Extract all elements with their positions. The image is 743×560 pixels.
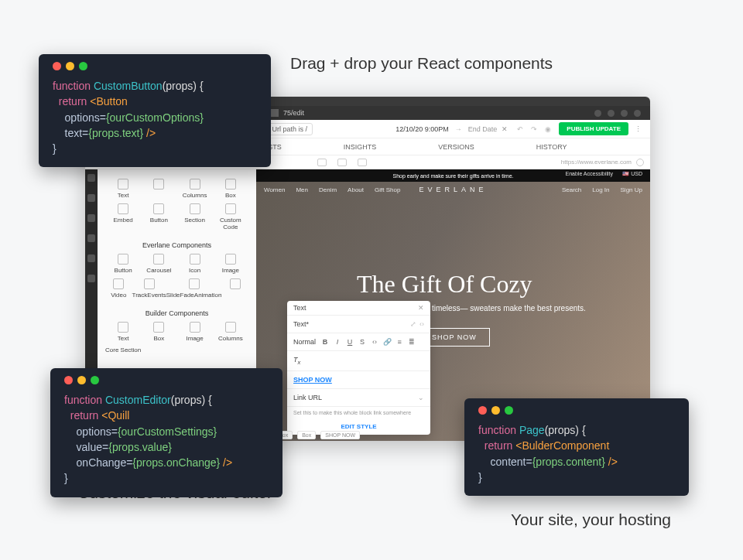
- avatar-icon[interactable]: [594, 110, 601, 117]
- zoom-icon[interactable]: [505, 406, 513, 415]
- rail-icon[interactable]: [87, 194, 95, 202]
- preview-url: https://www.everlane.com: [561, 159, 632, 166]
- code-icon: [144, 278, 155, 289]
- sb-item[interactable]: Core Section: [105, 347, 248, 353]
- text-icon: [118, 179, 128, 190]
- sb-item[interactable]: Section: [177, 203, 213, 230]
- strike-icon[interactable]: S: [358, 338, 367, 346]
- undo-icon[interactable]: ↶: [517, 125, 523, 133]
- columns-icon: [190, 179, 200, 190]
- crumb[interactable]: Box: [297, 431, 316, 439]
- close-icon[interactable]: [478, 406, 487, 415]
- nav-login[interactable]: Log In: [592, 186, 609, 193]
- icon-icon: [190, 254, 200, 265]
- rail-icon[interactable]: [87, 275, 95, 282]
- sb-item[interactable]: Carousel: [141, 254, 176, 274]
- device-desktop-icon[interactable]: [317, 159, 327, 166]
- brand-logo[interactable]: EVERLANE: [419, 186, 487, 193]
- nav-link[interactable]: Men: [296, 186, 308, 193]
- minimize-icon[interactable]: [77, 376, 86, 384]
- zoom-icon[interactable]: [79, 62, 87, 70]
- sb-item[interactable]: [141, 179, 176, 199]
- schedule-end-date[interactable]: End Date: [468, 125, 498, 133]
- bold-icon[interactable]: B: [320, 338, 330, 346]
- preview-icon[interactable]: ◉: [545, 125, 551, 133]
- avatar-icon[interactable]: [621, 110, 628, 117]
- more-icon[interactable]: ⋮: [635, 125, 642, 133]
- sb-item[interactable]: Text: [105, 322, 141, 342]
- code-icon[interactable]: ‹›: [419, 320, 424, 328]
- callout-hosting: Your site, your hosting: [511, 510, 671, 529]
- accessibility-link[interactable]: Enable Accessibility: [566, 171, 613, 176]
- publish-button[interactable]: PUBLISH UPDATE: [559, 122, 628, 135]
- sb-item[interactable]: [221, 278, 248, 299]
- link-icon[interactable]: 🔗: [382, 338, 392, 346]
- nav-link[interactable]: Gift Shop: [375, 186, 400, 193]
- sb-item[interactable]: TrackEvents: [132, 278, 166, 299]
- block-icon: [153, 179, 164, 190]
- reload-icon[interactable]: [636, 159, 644, 166]
- sb-item[interactable]: Image: [177, 322, 213, 342]
- close-icon[interactable]: [64, 376, 73, 384]
- nav-link[interactable]: Denim: [319, 186, 337, 193]
- nav-link[interactable]: Women: [264, 186, 285, 193]
- redo-icon[interactable]: ↷: [531, 125, 537, 133]
- font-select[interactable]: Normal: [293, 338, 316, 346]
- code-icon[interactable]: ‹›: [370, 338, 379, 346]
- sb-item[interactable]: Columns: [177, 179, 213, 199]
- sb-item[interactable]: Video: [105, 278, 132, 299]
- tab-versions[interactable]: VERSIONS: [438, 143, 474, 151]
- list-ol-icon[interactable]: ≡: [395, 338, 404, 346]
- minimize-icon[interactable]: [66, 62, 74, 70]
- close-icon[interactable]: [53, 62, 61, 70]
- sb-item[interactable]: Image: [213, 254, 248, 274]
- box-icon: [153, 322, 164, 333]
- sb-item[interactable]: Button: [141, 203, 176, 230]
- zoom-icon[interactable]: [91, 376, 99, 384]
- device-mobile-icon[interactable]: [358, 159, 367, 166]
- text-icon: [118, 322, 128, 333]
- tab-history[interactable]: HISTORY: [536, 143, 567, 151]
- crumb[interactable]: SHOP NOW: [320, 431, 360, 439]
- nav-search[interactable]: Search: [562, 186, 581, 193]
- promo-banner: Shop early and make sure their gifts arr…: [256, 169, 650, 182]
- tab-insights[interactable]: INSIGHTS: [344, 143, 377, 151]
- list-ul-icon[interactable]: ≣: [407, 338, 416, 346]
- clear-format-icon[interactable]: Tx: [293, 356, 300, 366]
- menu-icon[interactable]: [634, 110, 641, 117]
- sb-item[interactable]: SlideFadeAnimation: [166, 278, 222, 299]
- currency-label[interactable]: 🇺🇸 USD: [622, 171, 642, 177]
- nav-signup[interactable]: Sign Up: [621, 186, 642, 193]
- schedule-date[interactable]: 12/10/20 9:00PM: [395, 125, 449, 133]
- box-icon: [225, 179, 236, 190]
- callout-drag-drop: Drag + drop your React components: [290, 54, 553, 73]
- code-block: function Page(props) { return <BulderCom…: [478, 422, 675, 485]
- sb-item[interactable]: Button: [105, 254, 141, 274]
- nav-link[interactable]: About: [348, 186, 364, 193]
- sb-item[interactable]: Text: [105, 179, 141, 199]
- rail-icon[interactable]: [87, 234, 95, 242]
- video-icon: [113, 278, 124, 289]
- sb-item[interactable]: Columns: [213, 322, 248, 342]
- close-icon[interactable]: ✕: [418, 304, 424, 312]
- sb-item[interactable]: Icon: [177, 254, 213, 274]
- sb-item[interactable]: Embed: [105, 203, 141, 230]
- rail-icon[interactable]: [87, 174, 95, 182]
- italic-icon[interactable]: I: [333, 338, 342, 346]
- text-editor-popover: Text ✕ Text* ⤢ ‹› Normal B I U: [287, 301, 430, 435]
- clear-icon[interactable]: ✕: [502, 125, 508, 133]
- minimize-icon[interactable]: [491, 406, 500, 415]
- sb-item[interactable]: Box: [213, 179, 248, 199]
- chevron-down-icon[interactable]: ⌄: [418, 394, 424, 401]
- rail-icon[interactable]: [87, 214, 95, 222]
- link-url-help: Set this to make this whole block link s…: [287, 407, 430, 418]
- sidebar-heading: Builder Components: [105, 309, 248, 317]
- rail-icon[interactable]: [87, 254, 95, 262]
- sb-item[interactable]: Custom Code: [213, 203, 248, 230]
- expand-icon[interactable]: ⤢: [410, 320, 416, 328]
- device-tablet-icon[interactable]: [337, 159, 347, 166]
- avatar-icon[interactable]: [608, 110, 615, 117]
- text-input-value[interactable]: SHOP NOW: [293, 376, 332, 384]
- sb-item[interactable]: Box: [141, 322, 176, 342]
- underline-icon[interactable]: U: [345, 338, 354, 346]
